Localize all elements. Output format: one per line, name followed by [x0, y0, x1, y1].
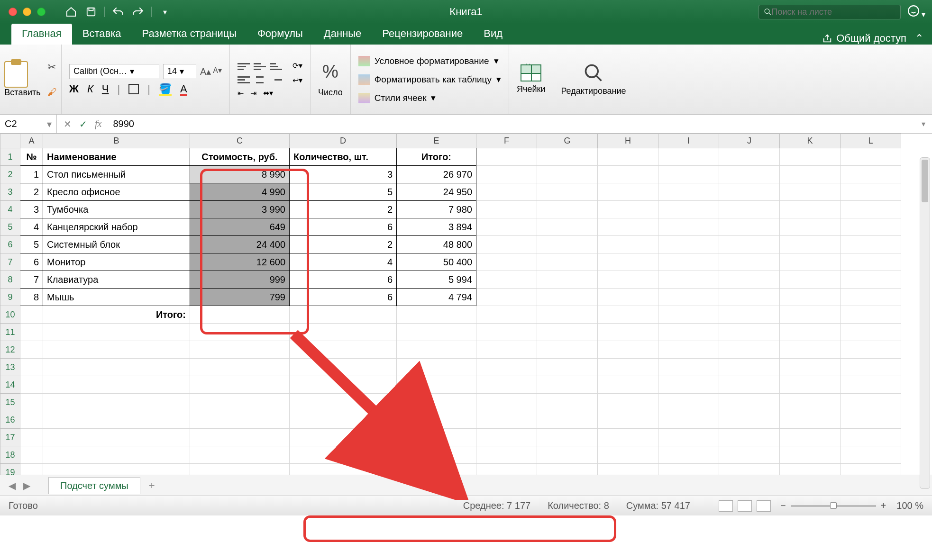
search-box[interactable]	[758, 5, 901, 19]
col-header[interactable]: L	[841, 134, 901, 148]
cell[interactable]: 12 600	[190, 253, 290, 271]
qat-customize-icon[interactable]: ▾	[158, 5, 172, 18]
row-header[interactable]: 14	[0, 376, 20, 394]
cell-active[interactable]: 8 990	[190, 166, 290, 183]
bold-button[interactable]: Ж	[69, 83, 79, 95]
row-header[interactable]: 18	[0, 446, 20, 464]
cell[interactable]: 5 994	[397, 271, 476, 289]
col-header[interactable]: B	[43, 134, 190, 148]
home-icon[interactable]	[64, 5, 78, 18]
cell[interactable]: 3 894	[397, 218, 476, 236]
col-header[interactable]: H	[598, 134, 658, 148]
undo-icon[interactable]	[111, 5, 125, 18]
close-window[interactable]	[9, 8, 17, 16]
save-icon[interactable]	[84, 5, 98, 18]
cell[interactable]: 4	[290, 253, 397, 271]
cell[interactable]: 50 400	[397, 253, 476, 271]
select-all-corner[interactable]	[0, 134, 20, 148]
cell[interactable]: Итого:	[397, 148, 476, 166]
align-center-icon[interactable]	[254, 74, 266, 85]
row-header[interactable]: 3	[0, 183, 20, 201]
col-header[interactable]: K	[780, 134, 841, 148]
cell-styles-button[interactable]: Стили ячеек ▾	[358, 90, 501, 105]
orientation-icon[interactable]: ⟳▾	[292, 61, 302, 70]
cell[interactable]: 2	[290, 236, 397, 253]
cell[interactable]: Клавиатура	[43, 271, 190, 289]
fx-icon[interactable]: fx	[95, 118, 101, 130]
row-header[interactable]: 9	[0, 289, 20, 306]
paste-icon[interactable]	[4, 61, 28, 88]
row-header[interactable]: 10	[0, 306, 20, 324]
cell[interactable]: 6	[290, 271, 397, 289]
zoom-window[interactable]	[37, 8, 46, 16]
font-selector[interactable]: Calibri (Осн…▾	[69, 64, 159, 79]
redo-icon[interactable]	[131, 5, 145, 18]
row-header[interactable]: 7	[0, 253, 20, 271]
cell[interactable]: 24 950	[397, 183, 476, 201]
row-header[interactable]: 15	[0, 394, 20, 411]
cell[interactable]: Итого:	[43, 306, 190, 324]
cell[interactable]: 5	[20, 236, 43, 253]
cancel-formula-icon[interactable]: ✕	[64, 118, 72, 130]
col-header[interactable]: C	[190, 134, 290, 148]
col-header[interactable]: A	[20, 134, 43, 148]
sheet-next-icon[interactable]: ▶	[19, 480, 34, 491]
cell[interactable]: Количество, шт.	[290, 148, 397, 166]
col-header[interactable]: F	[476, 134, 537, 148]
cell[interactable]: 8	[20, 289, 43, 306]
cell[interactable]: 649	[190, 218, 290, 236]
cell[interactable]: 6	[290, 218, 397, 236]
cell[interactable]: 24 400	[190, 236, 290, 253]
row-header[interactable]: 4	[0, 201, 20, 218]
normal-view-icon[interactable]	[719, 500, 733, 512]
cell[interactable]: 6	[20, 253, 43, 271]
italic-button[interactable]: К	[87, 83, 93, 95]
col-header[interactable]: J	[719, 134, 780, 148]
decrease-indent-icon[interactable]: ⇤	[238, 89, 244, 98]
cell[interactable]: №	[20, 148, 43, 166]
expand-formula-bar-icon[interactable]: ▾	[922, 119, 932, 128]
tab-formulas[interactable]: Формулы	[247, 23, 313, 45]
format-as-table-button[interactable]: Форматировать как таблицу ▾	[358, 72, 501, 87]
cell[interactable]: Канцелярский набор	[43, 218, 190, 236]
row-header[interactable]: 16	[0, 411, 20, 429]
row-header[interactable]: 19	[0, 464, 20, 475]
row-header[interactable]: 8	[0, 271, 20, 289]
row-header[interactable]: 5	[0, 218, 20, 236]
page-layout-view-icon[interactable]	[738, 500, 752, 512]
sheet-prev-icon[interactable]: ◀	[5, 480, 19, 491]
cells-button[interactable]: ↔ Ячейки	[517, 64, 545, 94]
row-header[interactable]: 11	[0, 324, 20, 341]
vertical-scrollbar[interactable]	[920, 157, 930, 489]
cell[interactable]: 3	[20, 201, 43, 218]
zoom-slider[interactable]	[791, 505, 876, 507]
tab-page-layout[interactable]: Разметка страницы	[132, 23, 247, 45]
font-color-button[interactable]: А	[180, 83, 187, 95]
tab-review[interactable]: Рецензирование	[372, 23, 473, 45]
add-sheet-icon[interactable]: +	[140, 477, 164, 495]
col-header[interactable]: I	[658, 134, 719, 148]
tab-view[interactable]: Вид	[473, 23, 513, 45]
underline-button[interactable]: Ч	[102, 83, 109, 95]
cell[interactable]: 2	[20, 183, 43, 201]
cell[interactable]: Стоимость, руб.	[190, 148, 290, 166]
editing-button[interactable]: Редактирование	[561, 63, 626, 96]
borders-button[interactable]	[128, 84, 139, 94]
increase-indent-icon[interactable]: ⇥	[250, 89, 256, 98]
col-header[interactable]: D	[290, 134, 397, 148]
tab-insert[interactable]: Вставка	[72, 23, 132, 45]
merge-cells-icon[interactable]: ⬌▾	[263, 89, 273, 98]
cell[interactable]: 7	[20, 271, 43, 289]
cell[interactable]: 3	[290, 166, 397, 183]
formula-input[interactable]: 8990	[108, 118, 922, 129]
conditional-formatting-button[interactable]: Условное форматирование ▾	[358, 54, 501, 68]
cell[interactable]: 4 794	[397, 289, 476, 306]
fill-color-button[interactable]: 🪣	[159, 83, 172, 95]
tab-home[interactable]: Главная	[11, 23, 72, 45]
row-header[interactable]: 1	[0, 148, 20, 166]
cut-icon[interactable]: ✂	[47, 61, 57, 73]
col-header[interactable]: G	[537, 134, 598, 148]
align-top-icon[interactable]	[238, 61, 250, 72]
align-middle-icon[interactable]	[254, 61, 266, 72]
search-input[interactable]	[771, 7, 895, 17]
